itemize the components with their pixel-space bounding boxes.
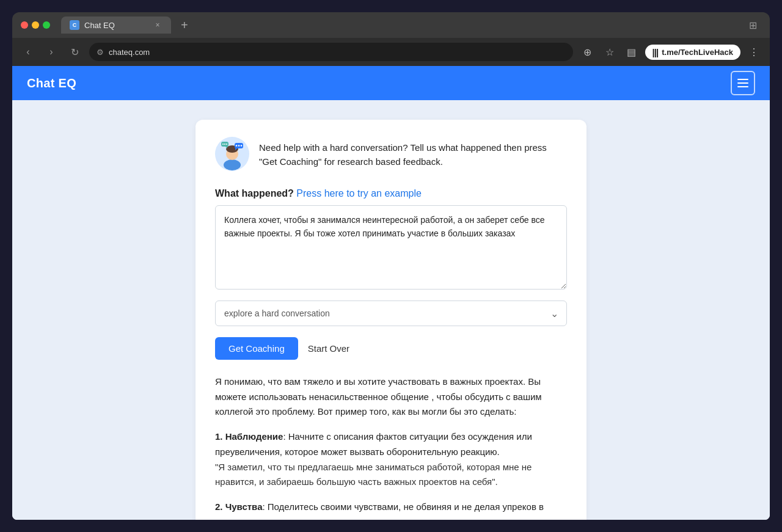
url-text: chateq.com (109, 48, 150, 57)
section-1-number: 1 (215, 431, 220, 442)
hamburger-line-3 (737, 86, 748, 87)
tab-title: Chat EQ (84, 21, 115, 30)
get-coaching-button[interactable]: Get Coaching (215, 337, 298, 360)
start-over-button[interactable]: Start Over (308, 343, 349, 354)
section-1-title: Наблюдение (225, 431, 283, 442)
conversation-type-select[interactable]: explore a hard conversation give feedbac… (215, 301, 567, 326)
section-2-title: Чувства (225, 501, 263, 512)
app-body: Need help with a hard conversation? Tell… (12, 100, 770, 520)
close-window-dot[interactable] (21, 21, 28, 29)
response-intro: Я понимаю, что вам тяжело и вы хотите уч… (215, 374, 567, 420)
hamburger-line-2 (737, 82, 748, 84)
bookmark-icon[interactable]: ☆ (601, 43, 618, 60)
browser-content: Chat EQ (12, 66, 770, 520)
forward-button[interactable]: › (43, 43, 60, 60)
bot-message: Need help with a hard conversation? Tell… (215, 137, 567, 171)
profile-icon: ||| (652, 47, 659, 57)
title-bar: C Chat EQ × + ⊞ (12, 12, 770, 38)
more-options-icon[interactable]: ⋮ (745, 43, 762, 60)
hamburger-menu-button[interactable] (731, 71, 755, 95)
svg-point-12 (226, 144, 227, 145)
svg-point-10 (222, 144, 224, 145)
secure-icon: ⚙ (97, 48, 104, 57)
section-1-quote: "Я заметил, что ты предлагаешь мне заним… (215, 462, 532, 487)
response-section-2: 2. Чувства: Поделитесь своими чувствами,… (215, 500, 567, 520)
app-header: Chat EQ (12, 66, 770, 100)
example-link[interactable]: Press here to try an example (296, 188, 422, 199)
response-section-1: 1. Наблюдение: Начните с описания фактов… (215, 429, 567, 490)
app-logo: Chat EQ (27, 76, 76, 90)
conversation-type-select-wrapper: explore a hard conversation give feedbac… (215, 301, 567, 326)
hamburger-line-1 (737, 79, 748, 80)
url-bar[interactable]: ⚙ chateq.com (89, 43, 573, 61)
refresh-button[interactable]: ↻ (66, 43, 83, 60)
browser-window: C Chat EQ × + ⊞ ‹ › ↻ ⚙ chateq.com ⊕ ☆ ▤… (12, 12, 770, 66)
address-bar: ‹ › ↻ ⚙ chateq.com ⊕ ☆ ▤ ||| t.me/TechLi… (12, 38, 770, 66)
svg-point-5 (236, 145, 238, 147)
svg-point-7 (241, 145, 243, 147)
section-2-body: : Поделитесь своими чувствами, не обвиня… (215, 501, 544, 520)
section-2-number: 2 (215, 501, 220, 512)
translate-icon[interactable]: ⊕ (579, 43, 596, 60)
tab-favicon: C (70, 20, 79, 30)
back-button[interactable]: ‹ (20, 43, 37, 60)
coaching-response: Я понимаю, что вам тяжело и вы хотите уч… (215, 374, 567, 520)
reader-mode-icon[interactable]: ▤ (623, 43, 640, 60)
action-button-row: Get Coaching Start Over (215, 337, 567, 360)
svg-point-6 (238, 145, 240, 147)
profile-text: t.me/TechLiveHack (662, 48, 733, 57)
maximize-window-dot[interactable] (43, 21, 50, 29)
profile-badge[interactable]: ||| t.me/TechLiveHack (645, 45, 740, 60)
content-card: Need help with a hard conversation? Tell… (196, 120, 586, 520)
tab-close-button[interactable]: × (153, 20, 163, 30)
new-tab-button[interactable]: + (176, 18, 193, 32)
situation-textarea[interactable]: Коллега хочет, чтобы я занимался неинтер… (215, 205, 567, 290)
svg-point-11 (224, 144, 225, 145)
svg-point-1 (224, 159, 241, 170)
extensions-icon[interactable]: ⊞ (744, 16, 761, 34)
browser-tab[interactable]: C Chat EQ × (61, 16, 171, 34)
what-happened-label: What happened? Press here to try an exam… (215, 188, 567, 199)
traffic-lights (21, 21, 50, 29)
minimize-window-dot[interactable] (32, 21, 39, 29)
bot-avatar (215, 137, 249, 171)
bot-message-text: Need help with a hard conversation? Tell… (259, 137, 567, 169)
toolbar-right: ⊕ ☆ ▤ ||| t.me/TechLiveHack ⋮ (579, 43, 762, 60)
